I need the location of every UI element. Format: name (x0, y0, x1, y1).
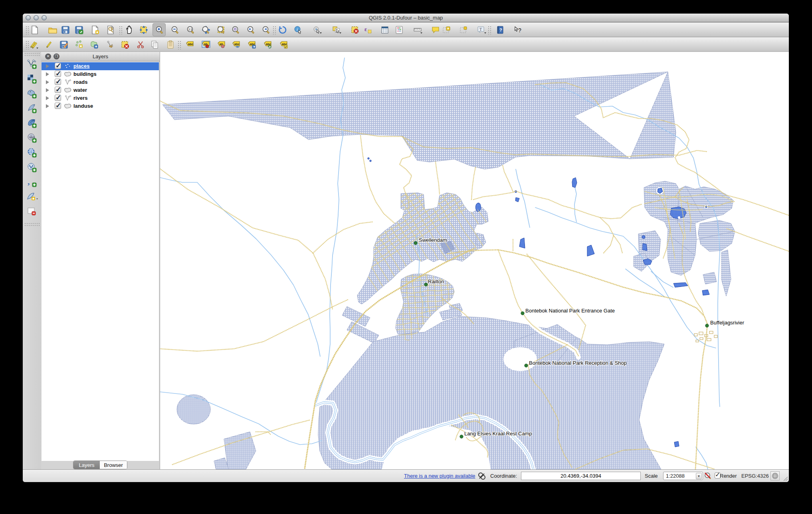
svg-text:ε: ε (364, 26, 367, 32)
svg-text:Swellendam: Swellendam (419, 237, 447, 243)
svg-text:abc: abc (234, 42, 240, 46)
svg-text:T: T (479, 27, 482, 32)
svg-text:Bontebok National Park Recepti: Bontebok National Park Reception & Shop (529, 360, 627, 366)
svg-text:Buffeljagsrivier: Buffeljagsrivier (710, 320, 745, 326)
svg-text:Railton: Railton (428, 279, 444, 285)
svg-text:abc: abc (188, 42, 193, 46)
svg-text:Bontebok National Park Entranc: Bontebok National Park Entrance Gate (525, 308, 615, 314)
svg-text:?: ? (518, 27, 521, 34)
svg-text:1:1: 1:1 (188, 28, 192, 31)
svg-text:i: i (297, 27, 298, 32)
svg-text:WMS: WMS (29, 136, 35, 138)
svg-text:,: , (28, 177, 30, 186)
svg-text:Lang Elsies Kraal Rest Camp: Lang Elsies Kraal Rest Camp (464, 431, 532, 437)
svg-text:?: ? (499, 28, 502, 32)
